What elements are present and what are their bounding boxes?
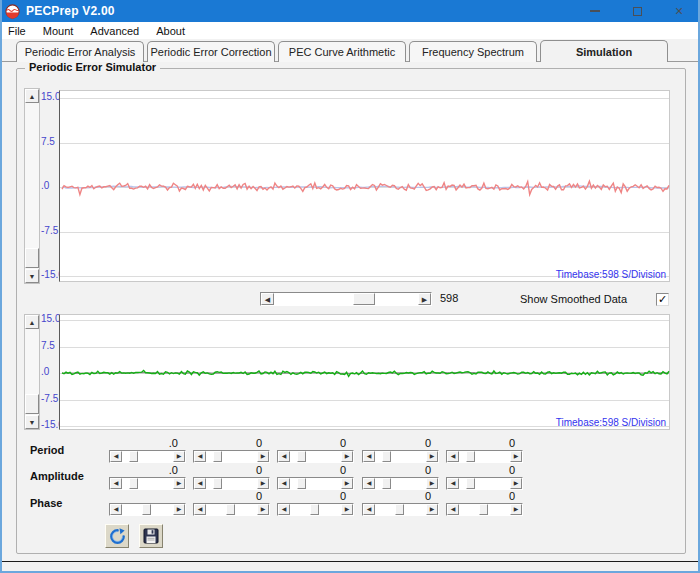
scroll-up-button[interactable]: ▲ [25,315,39,329]
slider-left-button[interactable]: ◀ [278,478,290,489]
amplitude-slider-4[interactable]: ◀▶ [362,477,439,490]
slider-thumb[interactable] [395,504,404,515]
raw-trace [62,181,669,195]
menu-about[interactable]: About [156,25,185,37]
slider-thumb[interactable] [297,478,306,489]
scroll-left-button[interactable]: ◀ [261,293,274,305]
slider-right-button[interactable]: ▶ [173,504,185,515]
slider-right-button[interactable]: ▶ [426,478,438,489]
slider-thumb[interactable] [466,451,475,462]
menu-file[interactable]: File [8,25,26,37]
phase-slider-2[interactable]: ◀▶ [193,503,270,516]
phase-value-4: 0 [361,490,431,502]
slider-thumb[interactable] [297,451,306,462]
right-arrow-icon: ▶ [177,480,182,487]
slider-right-button[interactable]: ▶ [257,504,269,515]
slider-left-button[interactable]: ◀ [363,451,375,462]
slider-right-button[interactable]: ▶ [257,478,269,489]
amplitude-slider-2[interactable]: ◀▶ [193,477,270,490]
scroll-down-button[interactable]: ▼ [25,269,39,283]
refresh-button[interactable] [105,524,129,548]
scroll-down-button[interactable]: ▼ [25,415,39,429]
slider-right-button[interactable]: ▶ [341,504,353,515]
save-button[interactable] [139,524,163,548]
slider-right-button[interactable]: ▶ [173,451,185,462]
slider-left-button[interactable]: ◀ [194,478,206,489]
period-slider-2[interactable]: ◀▶ [193,450,270,463]
slider-thumb[interactable] [382,478,391,489]
amplitude-slider-1[interactable]: ◀▶ [109,477,186,490]
left-arrow-icon: ◀ [114,480,119,487]
left-arrow-icon: ◀ [114,453,119,460]
slider-thumb[interactable] [466,478,475,489]
scroll-up-button[interactable]: ▲ [25,89,39,103]
slider-left-button[interactable]: ◀ [110,504,122,515]
slider-right-button[interactable]: ▶ [510,504,522,515]
tab-frequency-spectrum[interactable]: Frequency Spectrum [409,41,537,62]
phase-slider-1[interactable]: ◀▶ [109,503,186,516]
slider-thumb[interactable] [479,504,488,515]
slider-right-button[interactable]: ▶ [426,451,438,462]
slider-left-button[interactable]: ◀ [194,451,206,462]
minimize-button[interactable] [574,0,616,22]
tab-simulation[interactable]: Simulation [540,40,668,62]
amplitude-slider-3[interactable]: ◀▶ [277,477,354,490]
slider-left-button[interactable]: ◀ [278,504,290,515]
slider-right-button[interactable]: ▶ [173,478,185,489]
slider-thumb[interactable] [142,504,151,515]
slider-thumb[interactable] [226,504,235,515]
menu-advanced[interactable]: Advanced [90,25,139,37]
slider-thumb[interactable] [382,451,391,462]
phase-slider-3[interactable]: ◀▶ [277,503,354,516]
scroll-thumb[interactable] [25,394,39,414]
slider-right-button[interactable]: ▶ [510,451,522,462]
timebase-scrollbar[interactable]: ◀▶ [260,292,432,306]
period-slider-1[interactable]: ◀▶ [109,450,186,463]
scroll-thumb[interactable] [353,293,375,305]
maximize-button[interactable] [616,0,658,22]
tab-pec-curve-arithmetic[interactable]: PEC Curve Arithmetic [278,41,406,62]
slider-left-button[interactable]: ◀ [447,451,459,462]
slider-thumb[interactable] [213,451,222,462]
close-button[interactable]: × [658,0,700,22]
bottom-chart-vertical-scrollbar[interactable]: ▲▼ [24,314,40,430]
slider-thumb[interactable] [310,504,319,515]
slider-left-button[interactable]: ◀ [110,478,122,489]
period-slider-4[interactable]: ◀▶ [362,450,439,463]
phase-row-label: Phase [30,497,62,509]
slider-right-button[interactable]: ▶ [510,478,522,489]
left-arrow-icon: ◀ [198,506,203,513]
slider-thumb[interactable] [129,451,138,462]
scroll-right-button[interactable]: ▶ [418,293,431,305]
slider-right-button[interactable]: ▶ [426,504,438,515]
slider-right-button[interactable]: ▶ [257,451,269,462]
period-slider-5[interactable]: ◀▶ [446,450,523,463]
slider-right-button[interactable]: ▶ [341,478,353,489]
amplitude-slider-5[interactable]: ◀▶ [446,477,523,490]
period-value-2: 0 [192,437,262,449]
slider-right-button[interactable]: ▶ [341,451,353,462]
slider-left-button[interactable]: ◀ [447,478,459,489]
slider-thumb[interactable] [129,478,138,489]
tab-periodic-error-correction[interactable]: Periodic Error Correction [147,41,275,62]
slider-left-button[interactable]: ◀ [363,478,375,489]
slider-left-button[interactable]: ◀ [447,504,459,515]
phase-slider-4[interactable]: ◀▶ [362,503,439,516]
period-slider-3[interactable]: ◀▶ [277,450,354,463]
left-arrow-icon: ◀ [198,453,203,460]
show-smoothed-data-checkbox[interactable]: ✓ [656,293,669,306]
tab-periodic-error-analysis[interactable]: Periodic Error Analysis [16,41,144,62]
phase-slider-5[interactable]: ◀▶ [446,503,523,516]
scroll-thumb[interactable] [25,248,39,268]
menu-mount[interactable]: Mount [43,25,74,37]
right-arrow-icon: ▶ [261,453,266,460]
top-chart-vertical-scrollbar[interactable]: ▲▼ [24,88,40,284]
slider-left-button[interactable]: ◀ [363,504,375,515]
slider-left-button[interactable]: ◀ [278,451,290,462]
right-arrow-icon: ▶ [345,453,350,460]
y-axis-tick-label: 15.0 [41,91,60,102]
slider-left-button[interactable]: ◀ [110,451,122,462]
menu-bar: File Mount Advanced About [0,22,700,39]
slider-left-button[interactable]: ◀ [194,504,206,515]
slider-thumb[interactable] [213,478,222,489]
